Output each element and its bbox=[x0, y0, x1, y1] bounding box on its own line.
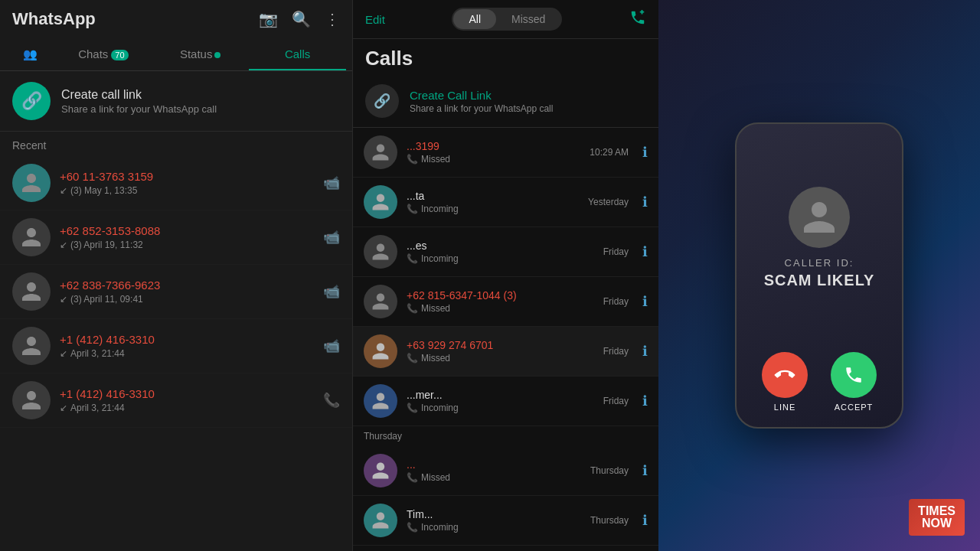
call-name: +62 852-3153-8088 bbox=[60, 224, 308, 237]
phone-icon: 📞 bbox=[407, 472, 418, 483]
center-call-item[interactable]: ...ta 📞 Incoming Yesterday ℹ bbox=[353, 178, 658, 227]
sidebar-call-item[interactable]: +60 11-3763 3159 ↙ (3) May 1, 13:35 📹 bbox=[0, 156, 352, 210]
tab-calls[interactable]: Calls bbox=[249, 38, 346, 70]
filter-all[interactable]: All bbox=[453, 9, 496, 29]
calls-label: Calls bbox=[285, 47, 310, 60]
sidebar: WhatsApp 📷 🔍 ⋮ 👥 Chats70 Status Calls 🔗 … bbox=[0, 0, 352, 551]
status-dot bbox=[214, 52, 220, 58]
center-call-item[interactable]: ... 📞 Incoming Thursday ℹ bbox=[353, 546, 658, 551]
center-call-info: +63 929 274 6701 📞 Missed bbox=[407, 339, 594, 364]
center-call-name: ... bbox=[407, 458, 581, 471]
sidebar-call-item[interactable]: +62 852-3153-8088 ↙ (3) April 19, 11:32 … bbox=[0, 210, 352, 265]
arrow-icon: ↙ bbox=[60, 348, 67, 359]
center-call-item[interactable]: +62 815-6347-1044 (3) 📞 Missed Friday ℹ bbox=[353, 277, 658, 327]
detail-text: Incoming bbox=[421, 204, 459, 214]
avatar bbox=[12, 272, 51, 311]
avatar bbox=[364, 135, 397, 169]
center-call-item[interactable]: ...3199 📞 Missed 10:29 AM ℹ bbox=[353, 128, 658, 178]
chats-badge: 70 bbox=[111, 50, 128, 60]
sidebar-call-item[interactable]: +62 838-7366-9623 ↙ (3) April 11, 09:41 … bbox=[0, 265, 352, 319]
arrow-icon: ↙ bbox=[60, 185, 67, 196]
section-label-thursday: Thursday bbox=[353, 426, 658, 446]
link-icon-small: 🔗 bbox=[365, 84, 399, 118]
phone-icon: 📞 bbox=[407, 403, 418, 413]
center-call-name: +63 929 274 6701 bbox=[407, 339, 594, 351]
filter-missed[interactable]: Missed bbox=[496, 9, 560, 29]
info-button[interactable]: ℹ bbox=[642, 462, 648, 479]
decline-button[interactable] bbox=[762, 352, 808, 398]
caller-id-label: CALLER ID: bbox=[785, 257, 854, 269]
avatar bbox=[364, 285, 397, 318]
detail-text: Missed bbox=[421, 303, 450, 314]
center-link-text: Create Call Link Share a link for your W… bbox=[410, 89, 553, 114]
accept-button[interactable] bbox=[831, 352, 877, 398]
center-call-detail: 📞 Missed bbox=[407, 472, 581, 483]
tab-contacts[interactable]: 👥 bbox=[6, 38, 54, 70]
call-detail: ↙ (3) April 19, 11:32 bbox=[60, 240, 308, 250]
center-call-item[interactable]: ... 📞 Missed Thursday ℹ bbox=[353, 446, 658, 496]
avatar bbox=[12, 164, 51, 202]
search-icon[interactable]: 🔍 bbox=[292, 10, 311, 28]
call-info: +60 11-3763 3159 ↙ (3) May 1, 13:35 bbox=[60, 170, 299, 196]
avatar bbox=[364, 454, 397, 487]
center-call-item[interactable]: ...mer... 📞 Incoming Friday ℹ bbox=[353, 377, 658, 426]
contacts-icon: 👥 bbox=[23, 47, 38, 60]
center-call-info: +62 815-6347-1044 (3) 📞 Missed bbox=[407, 289, 594, 314]
link-title: Create call link bbox=[61, 88, 217, 102]
center-call-info: ...ta 📞 Incoming bbox=[407, 190, 579, 214]
call-time: Friday bbox=[603, 396, 629, 406]
add-call-button[interactable] bbox=[629, 9, 646, 30]
center-call-info: ...mer... 📞 Incoming bbox=[407, 389, 594, 413]
center-call-item[interactable]: ...es 📞 Incoming Friday ℹ bbox=[353, 227, 658, 277]
avatar bbox=[12, 381, 51, 419]
info-button[interactable]: ℹ bbox=[642, 194, 648, 210]
link-text: Create call link Share a link for your W… bbox=[61, 88, 217, 115]
create-call-link-sidebar[interactable]: 🔗 Create call link Share a link for your… bbox=[0, 71, 352, 132]
info-button[interactable]: ℹ bbox=[642, 243, 648, 260]
tab-status[interactable]: Status bbox=[152, 38, 249, 70]
center-call-detail: 📞 Incoming bbox=[407, 253, 594, 264]
call-info: +1 (412) 416-3310 ↙ April 3, 21:44 bbox=[60, 333, 308, 359]
link-icon: 🔗 bbox=[12, 82, 51, 120]
call-name: +60 11-3763 3159 bbox=[60, 170, 299, 183]
call-detail: ↙ (3) May 1, 13:35 bbox=[60, 185, 299, 196]
sidebar-header: WhatsApp 📷 🔍 ⋮ bbox=[0, 0, 352, 38]
accept-label: ACCEPT bbox=[835, 403, 874, 412]
center-call-detail: 📞 Missed bbox=[407, 353, 594, 364]
avatar bbox=[364, 504, 397, 537]
edit-button[interactable]: Edit bbox=[365, 13, 385, 26]
center-call-name: +62 815-6347-1044 (3) bbox=[407, 289, 594, 302]
center-call-list: ...3199 📞 Missed 10:29 AM ℹ ...ta 📞 Inco… bbox=[353, 128, 658, 551]
sidebar-call-item[interactable]: +1 (412) 416-3310 ↙ April 3, 21:44 📞 bbox=[0, 373, 352, 428]
info-button[interactable]: ℹ bbox=[642, 393, 648, 409]
call-detail: ↙ April 3, 21:44 bbox=[60, 348, 308, 359]
center-call-info: Tim... 📞 Incoming bbox=[407, 508, 581, 533]
decline-button-group: LINE bbox=[762, 352, 808, 412]
times-now-badge: TIMES NOW bbox=[909, 499, 965, 536]
detail-text: Incoming bbox=[421, 253, 459, 264]
menu-icon[interactable]: ⋮ bbox=[325, 10, 340, 28]
camera-icon[interactable]: 📷 bbox=[259, 10, 278, 28]
call-time: Friday bbox=[603, 346, 629, 357]
call-detail: ↙ April 3, 21:44 bbox=[60, 403, 308, 413]
call-time: Friday bbox=[603, 246, 629, 257]
video-call-icon: 📹 bbox=[323, 283, 340, 300]
info-button[interactable]: ℹ bbox=[642, 144, 648, 161]
info-button[interactable]: ℹ bbox=[642, 293, 648, 310]
call-time: Thursday bbox=[590, 465, 629, 476]
center-call-info: ... 📞 Missed bbox=[407, 458, 581, 483]
call-time: Friday bbox=[603, 296, 629, 307]
call-detail: ↙ (3) April 11, 09:41 bbox=[60, 294, 308, 305]
tab-chats[interactable]: Chats70 bbox=[54, 38, 152, 70]
center-call-item[interactable]: Tim... 📞 Incoming Thursday ℹ bbox=[353, 496, 658, 546]
now-text: NOW bbox=[918, 517, 956, 530]
center-call-item[interactable]: +63 929 274 6701 📞 Missed Friday ℹ bbox=[353, 327, 658, 377]
center-call-name: ...ta bbox=[407, 190, 579, 202]
call-name: +1 (412) 416-3310 bbox=[60, 387, 308, 400]
info-button[interactable]: ℹ bbox=[642, 512, 648, 529]
call-info: +1 (412) 416-3310 ↙ April 3, 21:44 bbox=[60, 387, 308, 413]
info-button[interactable]: ℹ bbox=[642, 343, 648, 360]
center-call-info: ...3199 📞 Missed bbox=[407, 140, 580, 165]
center-create-call-link[interactable]: 🔗 Create Call Link Share a link for your… bbox=[353, 75, 658, 128]
sidebar-call-item[interactable]: +1 (412) 416-3310 ↙ April 3, 21:44 📹 bbox=[0, 319, 352, 373]
